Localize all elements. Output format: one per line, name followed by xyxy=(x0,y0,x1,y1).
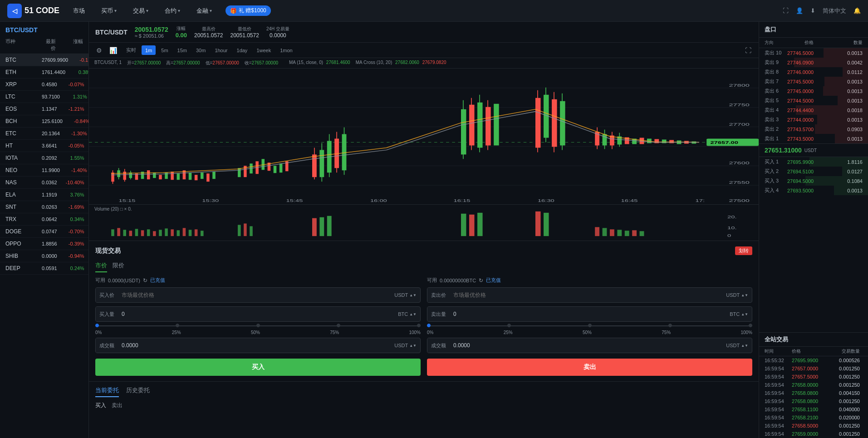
chart-time-btn-1hour[interactable]: 1hour xyxy=(211,45,231,55)
coin-row-iota[interactable]: IOTA 0.2092 1.55% xyxy=(0,152,88,164)
coin-row-trx[interactable]: TRX 0.0642 0.34% xyxy=(0,213,88,226)
chart-settings-icon[interactable]: ⚙ xyxy=(94,46,104,55)
chart-expand-icon[interactable]: ⛶ xyxy=(743,46,753,55)
buy-slider-dot-0[interactable] xyxy=(95,324,99,327)
coin-row-eth[interactable]: ETH 1761.4400 0.38% xyxy=(0,66,88,79)
buy-slider-dot-100[interactable] xyxy=(417,324,421,327)
sell-order-row-3[interactable]: 卖出 7 27745.5000 0.0013 xyxy=(759,77,868,86)
buy-qty-stepper[interactable]: ▲▼ xyxy=(409,312,417,316)
sell-order-row-4[interactable]: 卖出 6 27745.0000 0.0013 xyxy=(759,86,868,96)
chart-time-btn-1day[interactable]: 1day xyxy=(233,45,251,55)
sell-order-row-5[interactable]: 卖出 5 27744.5000 0.0013 xyxy=(759,96,868,105)
chart-time-btn-15m[interactable]: 15m xyxy=(174,45,191,55)
buy-price-input[interactable] xyxy=(118,289,391,301)
chart-time-btn-1mon[interactable]: 1mon xyxy=(276,45,296,55)
buy-slider-dot-25[interactable] xyxy=(176,324,179,327)
buy-price-stepper[interactable]: ▲▼ xyxy=(409,293,417,297)
buy-refresh-icon[interactable]: ↻ xyxy=(143,277,147,284)
buy-slider-dot-75[interactable] xyxy=(337,324,340,327)
header-user[interactable]: 👤 xyxy=(796,7,803,14)
sell-price-input[interactable] xyxy=(450,289,722,301)
header-lang[interactable]: 简体中文 xyxy=(823,7,846,15)
coin-row-shib[interactable]: SHIB 0.0000 -0.94% xyxy=(0,250,88,262)
buy-recharge-link[interactable]: 已充值 xyxy=(150,277,165,284)
svg-rect-113 xyxy=(189,230,192,236)
sell-slider-dot-0[interactable] xyxy=(427,324,431,327)
ob-buy-qty: 1.8116 xyxy=(831,159,863,165)
sell-order-row-8[interactable]: 卖出 2 27743.5700 0.0903 xyxy=(759,124,868,134)
sell-total-stepper[interactable]: ▲▼ xyxy=(741,344,748,348)
coin-row-deep[interactable]: DEEP 0.0591 0.24% xyxy=(0,262,88,275)
nav-finance[interactable]: 金融 ▾ xyxy=(194,5,215,17)
tab-limit-price[interactable]: 限价 xyxy=(113,260,124,272)
sell-slider-dot-25[interactable] xyxy=(507,324,511,327)
coin-row-ela[interactable]: ELA 1.1919 3.76% xyxy=(0,189,88,201)
sell-order-row-2[interactable]: 卖出 8 27746.0000 0.0112 xyxy=(759,67,868,77)
chart-time-btn-5m[interactable]: 5m xyxy=(157,45,172,55)
chart-info-open: 开=27657.00000 xyxy=(127,60,161,66)
coin-row-etc[interactable]: ETC 20.1364 -1.30% xyxy=(0,128,88,140)
sell-order-row-7[interactable]: 卖出 3 27744.0000 0.0013 xyxy=(759,115,868,124)
chart-time-btn-实时[interactable]: 实时 xyxy=(123,45,140,55)
sell-refresh-icon[interactable]: ↻ xyxy=(479,277,483,284)
trade-time: 16:59:54 xyxy=(765,407,792,412)
nav-contract[interactable]: 合约 ▾ xyxy=(162,5,183,17)
sell-order-row-0[interactable]: 卖出 10 27746.5000 0.0013 xyxy=(759,48,868,58)
orders-tab-history[interactable]: 历史委托 xyxy=(126,386,150,397)
buy-order-row-0[interactable]: 买入 1 27695.9900 1.8116 xyxy=(759,157,868,167)
coin-row-nas[interactable]: NAS 0.0362 -10.40% xyxy=(0,177,88,189)
coin-row-ltc[interactable]: LTC 93.7100 1.31% xyxy=(0,91,88,103)
svg-rect-45 xyxy=(280,163,283,172)
coin-row-snt[interactable]: SNT 0.0263 -1.69% xyxy=(0,201,88,213)
col-coin: 币种 xyxy=(5,38,42,52)
coin-row-neo[interactable]: NEO 11.9900 -1.40% xyxy=(0,164,88,177)
coin-row-eos[interactable]: EOS 1.1347 -1.21% xyxy=(0,103,88,115)
orders-subtab-sell[interactable]: 卖出 xyxy=(112,401,123,410)
buy-order-row-1[interactable]: 买入 2 27694.5100 0.0127 xyxy=(759,167,868,176)
orders-subtab-buy[interactable]: 买入 xyxy=(95,401,106,410)
sell-qty-input[interactable] xyxy=(450,308,726,320)
trading-badge[interactable]: 划转 xyxy=(735,246,752,255)
orders-tab-current[interactable]: 当前委托 xyxy=(95,386,119,397)
sell-recharge-link[interactable]: 已充值 xyxy=(486,277,501,284)
sell-qty-unit: BTC ▲▼ xyxy=(726,311,752,317)
coin-row-oppo[interactable]: OPPO 1.8856 -0.39% xyxy=(0,238,88,250)
coin-change: 0.38% xyxy=(65,69,89,75)
coin-row-btc[interactable]: BTC 27609.9900 -0.15% xyxy=(0,54,88,66)
chart-time-btn-30m[interactable]: 30m xyxy=(192,45,209,55)
sell-order-row-9[interactable]: 卖出 1 27743.5000 0.0013 xyxy=(759,134,868,143)
nav-trade[interactable]: 交易 ▾ xyxy=(130,5,151,17)
nav-buy[interactable]: 买币 ▾ xyxy=(98,5,119,17)
sell-slider-dot-100[interactable] xyxy=(749,324,752,327)
coin-row-bch[interactable]: BCH 125.6100 -0.84% xyxy=(0,115,88,128)
sell-button[interactable]: 卖出 xyxy=(427,359,752,376)
coin-row-ht[interactable]: HT 3.6641 -0.05% xyxy=(0,140,88,152)
sell-slider-dot-50[interactable] xyxy=(588,324,592,327)
sell-qty-stepper[interactable]: ▲▼ xyxy=(741,312,748,316)
sell-price-stepper[interactable]: ▲▼ xyxy=(741,293,748,297)
buy-qty-input[interactable] xyxy=(118,308,394,320)
coin-name: OPPO xyxy=(5,241,42,247)
buy-total-stepper[interactable]: ▲▼ xyxy=(409,344,417,348)
chart-time-btn-1m[interactable]: 1m xyxy=(142,45,156,55)
buy-total-input[interactable] xyxy=(118,340,391,351)
header-download[interactable]: ⬇ xyxy=(810,7,815,14)
logo[interactable]: ◁ 51 CODE xyxy=(7,4,59,18)
header-notification[interactable]: 🔔 xyxy=(853,7,861,14)
chart-indicator-icon[interactable]: 📊 xyxy=(108,46,119,55)
header-fullscreen[interactable]: ⛶ xyxy=(783,7,789,14)
buy-order-row-2[interactable]: 买入 3 27694.5000 0.1084 xyxy=(759,176,868,186)
buy-button[interactable]: 买入 xyxy=(95,359,421,376)
sell-order-row-1[interactable]: 卖出 9 27746.0900 0.0042 xyxy=(759,58,868,67)
coin-row-doge[interactable]: DOGE 0.0747 -0.70% xyxy=(0,226,88,238)
buy-order-row-3[interactable]: 买入 4 27693.5000 0.0013 xyxy=(759,186,868,195)
tab-market-price[interactable]: 市价 xyxy=(95,260,107,272)
nav-market[interactable]: 市场 xyxy=(70,5,88,17)
chart-time-btn-1week[interactable]: 1week xyxy=(253,45,275,55)
buy-slider-dot-50[interactable] xyxy=(256,324,260,327)
sell-slider-dot-75[interactable] xyxy=(668,324,672,327)
gift-badge[interactable]: 🎁 礼 赠$1000 xyxy=(226,5,271,16)
coin-row-xrp[interactable]: XRP 0.4580 -0.07% xyxy=(0,79,88,91)
sell-total-input[interactable] xyxy=(450,340,722,351)
sell-order-row-6[interactable]: 卖出 4 27744.4400 0.0018 xyxy=(759,105,868,115)
